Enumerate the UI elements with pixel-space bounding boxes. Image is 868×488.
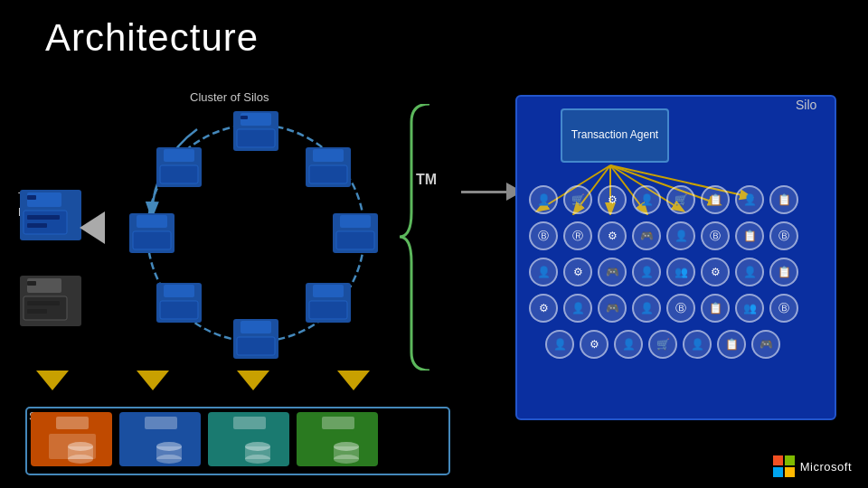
- tm-to-agent-arrow: [461, 183, 523, 201]
- agent-30: 📋: [701, 294, 730, 323]
- svg-rect-62: [322, 417, 354, 429]
- agent-7: 👤: [735, 185, 764, 214]
- agent-20: 👤: [632, 258, 661, 286]
- storage-arrow-3: [237, 371, 269, 390]
- agent-38: 📋: [717, 330, 746, 359]
- svg-rect-15: [241, 321, 271, 333]
- tm-box-dark-svg: [20, 276, 81, 326]
- svg-rect-18: [164, 285, 194, 297]
- microsoft-logo: Microsoft: [773, 455, 852, 477]
- tm-left-arrow: [80, 211, 105, 244]
- ms-yellow: [785, 467, 795, 477]
- svg-rect-13: [309, 301, 347, 319]
- ms-green: [785, 455, 795, 465]
- microsoft-text: Microsoft: [800, 460, 852, 474]
- curly-brace: [398, 104, 439, 371]
- agent-18: ⚙: [563, 258, 592, 286]
- cluster-ring-svg: [125, 102, 387, 369]
- svg-rect-46: [56, 417, 89, 429]
- svg-rect-52: [145, 417, 177, 429]
- agent-21: 👥: [666, 258, 695, 286]
- svg-rect-6: [313, 149, 344, 162]
- svg-rect-30: [27, 215, 60, 220]
- agent-4: 👤: [632, 185, 661, 214]
- agent-39: 🎮: [751, 330, 780, 359]
- agents-area: 👤 🛒 ⚙ 👤 🛒 📋 👤 📋 Ⓑ Ⓡ ⚙ 🎮 👤 Ⓑ 📋 Ⓑ 👤 ⚙ 🎮 👤 …: [520, 185, 832, 416]
- agent-34: ⚙: [580, 330, 609, 359]
- storage-arrow-1: [36, 371, 69, 390]
- svg-rect-22: [133, 231, 171, 249]
- svg-rect-29: [27, 195, 36, 200]
- tm-right-text: TM: [416, 172, 437, 188]
- svg-rect-25: [160, 165, 198, 183]
- svg-rect-21: [137, 215, 167, 228]
- svg-rect-57: [233, 417, 266, 429]
- svg-rect-12: [313, 285, 344, 297]
- agent-5: 🛒: [666, 185, 695, 214]
- agent-17: 👤: [529, 258, 558, 286]
- agent-36: 🛒: [648, 330, 677, 359]
- svg-rect-35: [27, 281, 36, 286]
- storage-arrow-4: [337, 371, 370, 390]
- svg-rect-7: [309, 165, 347, 183]
- agent-26: 👤: [563, 294, 592, 323]
- agent-35: 👤: [614, 330, 643, 359]
- agent-29: Ⓑ: [666, 294, 695, 323]
- page-title: Architecture: [45, 16, 259, 60]
- svg-point-60: [245, 455, 270, 464]
- svg-rect-4: [241, 116, 248, 119]
- agent-11: ⚙: [598, 221, 627, 250]
- svg-rect-31: [27, 223, 47, 228]
- svg-rect-10: [336, 231, 374, 249]
- agent-3: ⚙: [598, 185, 627, 214]
- agent-2: 🛒: [563, 185, 592, 214]
- storage-items-svg: [31, 412, 447, 470]
- silo-label: Silo: [796, 98, 816, 112]
- agent-32: Ⓑ: [769, 294, 798, 323]
- svg-point-50: [68, 455, 93, 464]
- svg-point-65: [334, 455, 359, 464]
- agent-37: 👤: [683, 330, 712, 359]
- storage-arrow-2: [137, 371, 169, 390]
- svg-rect-3: [237, 129, 275, 147]
- svg-rect-28: [24, 211, 67, 234]
- svg-point-55: [156, 455, 182, 464]
- agent-6: 📋: [701, 185, 730, 214]
- agent-24: 📋: [769, 258, 798, 286]
- ms-red: [773, 455, 783, 465]
- svg-rect-9: [340, 215, 371, 228]
- agent-12: 🎮: [632, 221, 661, 250]
- tm-box-svg: [20, 190, 81, 240]
- agent-19: 🎮: [598, 258, 627, 286]
- agent-13: 👤: [666, 221, 695, 250]
- agent-15: 📋: [735, 221, 764, 250]
- svg-rect-19: [160, 301, 198, 319]
- svg-rect-36: [27, 301, 60, 305]
- agent-8: 📋: [769, 185, 798, 214]
- agent-27: 🎮: [598, 294, 627, 323]
- svg-rect-24: [164, 149, 194, 162]
- ms-grid-icon: [773, 455, 795, 477]
- agent-25: ⚙: [529, 294, 558, 323]
- agent-9: Ⓑ: [529, 221, 558, 250]
- agent-14: Ⓑ: [701, 221, 730, 250]
- agent-23: 👤: [735, 258, 764, 286]
- agent-28: 👤: [632, 294, 661, 323]
- agent-1: 👤: [529, 185, 558, 214]
- agent-31: 👥: [735, 294, 764, 323]
- agent-16: Ⓑ: [769, 221, 798, 250]
- agent-22: ⚙: [701, 258, 730, 286]
- svg-rect-16: [237, 337, 275, 355]
- storage-arrows: [36, 371, 370, 390]
- arrow-line: [461, 191, 506, 193]
- svg-rect-34: [24, 296, 67, 320]
- svg-rect-37: [27, 309, 47, 314]
- agent-33: 👤: [545, 330, 574, 359]
- ms-blue: [773, 467, 783, 477]
- transaction-agent-box: Transaction Agent: [561, 108, 669, 163]
- agent-10: Ⓡ: [563, 221, 592, 250]
- transaction-agent-text: Transaction Agent: [571, 128, 658, 143]
